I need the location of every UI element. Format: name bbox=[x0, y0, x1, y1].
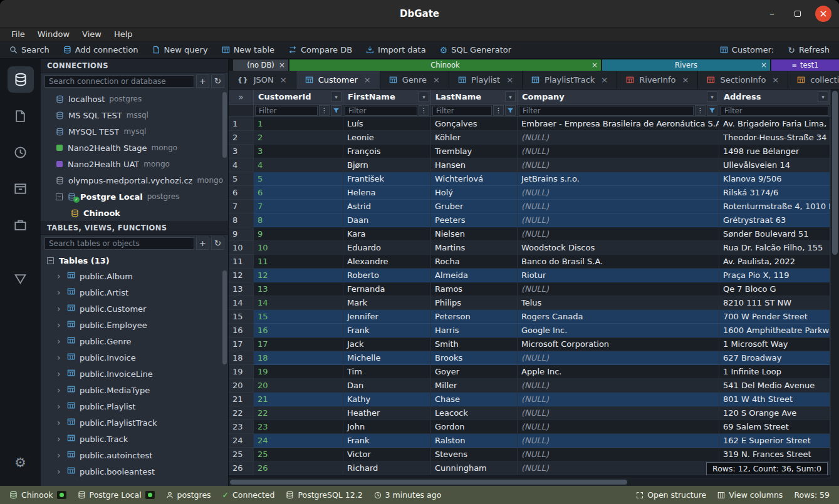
minimize-button[interactable]: – bbox=[764, 6, 780, 22]
close-icon[interactable]: × bbox=[364, 75, 371, 85]
toolbar-new-query[interactable]: New query bbox=[145, 41, 215, 58]
table-public-artist[interactable]: ›public.Artist bbox=[41, 284, 228, 301]
connections-panel-icon[interactable] bbox=[8, 66, 34, 93]
column-menu-button[interactable]: ▾ bbox=[818, 91, 828, 102]
row-number[interactable]: 4 bbox=[229, 158, 254, 172]
filter-input-customerid[interactable] bbox=[255, 106, 318, 116]
row-number[interactable]: 19 bbox=[229, 365, 254, 379]
archive-panel-icon[interactable] bbox=[8, 175, 34, 202]
chevron-right-icon[interactable]: › bbox=[57, 304, 63, 314]
row-number[interactable]: 3 bbox=[229, 145, 254, 158]
grid-corner-expand[interactable]: » bbox=[229, 90, 254, 105]
column-header-company[interactable]: Company▾ bbox=[518, 90, 719, 105]
close-icon[interactable]: × bbox=[601, 75, 608, 85]
column-header-address[interactable]: Address▾ bbox=[719, 90, 830, 105]
connections-search-input[interactable] bbox=[44, 75, 194, 88]
column-menu-button[interactable]: ▾ bbox=[707, 91, 717, 102]
table-row[interactable]: 66HelenaHolý(NULL)Rilská 3174/6 bbox=[229, 186, 830, 200]
table-row[interactable]: 1818MichelleBrooks(NULL)627 Broadway bbox=[229, 351, 830, 365]
chevron-right-icon[interactable]: › bbox=[57, 418, 63, 428]
row-number[interactable]: 7 bbox=[229, 200, 254, 213]
table-public-mediatype[interactable]: ›public.MediaType bbox=[41, 382, 228, 398]
table-public-invoiceline[interactable]: ›public.InvoiceLine bbox=[41, 366, 228, 382]
table-public-album[interactable]: ›public.Album bbox=[41, 268, 228, 284]
table-row[interactable]: 88DaanPeeters(NULL)Grétrystraat 63 bbox=[229, 213, 830, 227]
tab-playlisttrack[interactable]: PlaylistTrack× bbox=[523, 71, 617, 89]
status-view-columns[interactable]: View columns bbox=[712, 486, 788, 504]
chevron-right-icon[interactable]: › bbox=[57, 466, 63, 476]
row-number[interactable]: 16 bbox=[229, 324, 254, 337]
tab-group-chinook[interactable]: Chinook× bbox=[289, 59, 601, 71]
row-number[interactable]: 24 bbox=[229, 434, 254, 448]
filter-funnel-button[interactable] bbox=[505, 105, 516, 116]
connection-nano2health-uat[interactable]: Nano2Health UATmongo bbox=[41, 156, 228, 172]
vertical-scrollbar[interactable] bbox=[830, 90, 839, 478]
menu-view[interactable]: View bbox=[76, 28, 108, 41]
close-icon[interactable]: × bbox=[506, 75, 513, 85]
table-row[interactable]: 33FrançoisTremblay(NULL)1498 rue Bélange… bbox=[229, 145, 830, 158]
filter-panel-icon[interactable] bbox=[8, 265, 34, 292]
table-public-genre[interactable]: ›public.Genre bbox=[41, 333, 228, 349]
tab-collection[interactable]: collection× bbox=[788, 71, 839, 89]
row-number[interactable]: 8 bbox=[229, 213, 254, 227]
history-panel-icon[interactable] bbox=[8, 139, 34, 165]
close-icon[interactable]: × bbox=[772, 75, 779, 85]
menu-file[interactable]: File bbox=[5, 28, 31, 41]
table-row[interactable]: 2020DanMiller(NULL)541 Del Medio Avenue bbox=[229, 379, 830, 393]
column-header-lastname[interactable]: LastName▾ bbox=[431, 90, 518, 105]
column-menu-button[interactable]: ▾ bbox=[419, 91, 429, 102]
scrollbar-thumb[interactable] bbox=[832, 91, 838, 255]
row-number[interactable]: 10 bbox=[229, 241, 254, 255]
collapse-icon[interactable]: − bbox=[56, 193, 63, 200]
filter-input-firstname[interactable] bbox=[345, 106, 417, 116]
filter-menu-button[interactable]: ⋮ bbox=[319, 105, 330, 116]
row-number[interactable]: 11 bbox=[229, 255, 254, 269]
tables-refresh-button[interactable]: ↻ bbox=[211, 237, 224, 250]
column-header-customerid[interactable]: CustomerId▾ bbox=[254, 90, 343, 105]
add-connection-small-button[interactable]: + bbox=[196, 75, 209, 88]
toolbar-new-table[interactable]: New table bbox=[215, 41, 281, 58]
tables-group-header[interactable]: − Tables (13) bbox=[41, 253, 228, 268]
status-open-structure[interactable]: Open structure bbox=[630, 486, 712, 504]
row-number[interactable]: 5 bbox=[229, 172, 254, 186]
row-number[interactable]: 9 bbox=[229, 227, 254, 241]
table-row[interactable]: 55FrantišekWichterlováJetBrains s.r.o.Kl… bbox=[229, 172, 830, 186]
table-row[interactable]: 2525VictorStevens(NULL)319 N. Frances St… bbox=[229, 448, 830, 461]
tab-json[interactable]: {}JSON× bbox=[229, 71, 296, 89]
filter-menu-button[interactable]: ⋮ bbox=[419, 105, 429, 116]
connection-localhost[interactable]: localhostpostgres bbox=[41, 91, 228, 107]
toolbar-sql-generator[interactable]: ⚙SQL Generator bbox=[433, 41, 518, 58]
row-number[interactable]: 15 bbox=[229, 310, 254, 324]
toolbar-customer[interactable]: Customer: bbox=[713, 41, 781, 58]
row-number[interactable]: 12 bbox=[229, 269, 254, 282]
tab-group-rivers[interactable]: Rivers× bbox=[602, 59, 770, 71]
table-row[interactable]: 2424FrankRalston(NULL)162 E Superior Str… bbox=[229, 434, 830, 448]
menu-window[interactable]: Window bbox=[31, 28, 76, 41]
chevron-right-icon[interactable]: › bbox=[57, 336, 63, 346]
row-number[interactable]: 6 bbox=[229, 186, 254, 200]
close-icon[interactable]: × bbox=[591, 61, 598, 69]
table-row[interactable]: 1212RobertoAlmeidaRioturPraça Pio X, 119 bbox=[229, 269, 830, 282]
connection-ms-sql-test[interactable]: MS SQL TESTmssql bbox=[41, 107, 228, 123]
connection-olympus-medportal-vychozi-cz[interactable]: olympus-medportal.vychozi.czmongo bbox=[41, 172, 228, 188]
tab-customer[interactable]: Customer× bbox=[296, 71, 380, 89]
row-number[interactable]: 17 bbox=[229, 337, 254, 351]
close-icon[interactable]: × bbox=[682, 75, 689, 85]
tab-group-no-db[interactable]: (no DB)× bbox=[233, 59, 288, 71]
row-number[interactable]: 1 bbox=[229, 117, 254, 131]
filter-funnel-button[interactable] bbox=[707, 105, 717, 116]
row-number[interactable]: 26 bbox=[229, 461, 254, 475]
toolbar-refresh[interactable]: ↻Refresh bbox=[781, 41, 836, 58]
chevron-right-icon[interactable]: › bbox=[57, 320, 63, 330]
chevron-right-icon[interactable]: › bbox=[57, 369, 63, 379]
row-number[interactable]: 14 bbox=[229, 296, 254, 310]
table-row[interactable]: 2222HeatherLeacock(NULL)120 S Orange Ave bbox=[229, 406, 830, 420]
status-postgre-local[interactable]: Postgre Local bbox=[72, 486, 160, 504]
table-row[interactable]: 1414MarkPhilipsTelus8210 111 ST NW bbox=[229, 296, 830, 310]
table-public-booleantest[interactable]: ›public.booleantest bbox=[41, 463, 228, 480]
table-row[interactable]: 1616FrankHarrisGoogle Inc.1600 Amphithea… bbox=[229, 324, 830, 337]
chevron-right-icon[interactable]: › bbox=[57, 434, 63, 444]
table-public-invoice[interactable]: ›public.Invoice bbox=[41, 349, 228, 366]
column-menu-button[interactable]: ▾ bbox=[331, 91, 341, 102]
tab-playlist[interactable]: Playlist× bbox=[449, 71, 523, 89]
